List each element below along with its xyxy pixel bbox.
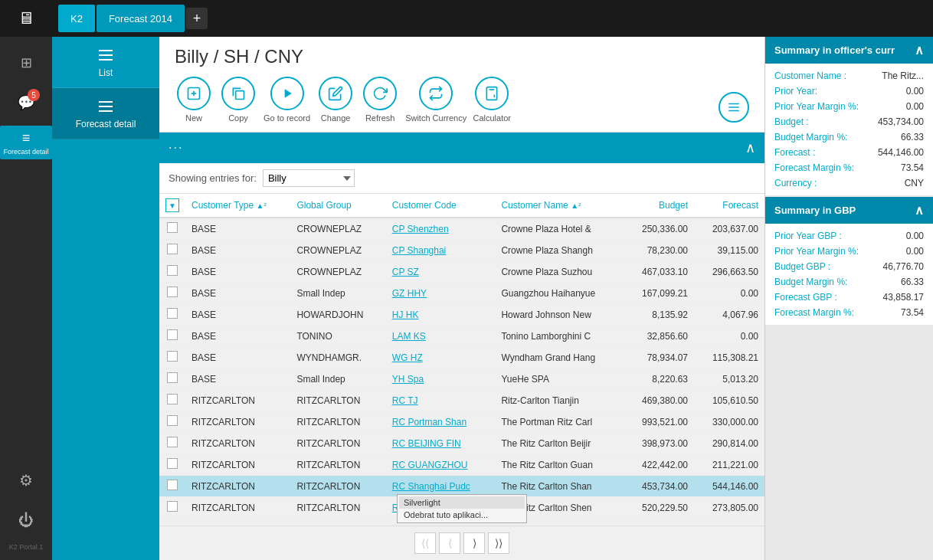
portal-label: K2 Portal.1 xyxy=(9,543,44,551)
row-budget: 8,220.63 xyxy=(624,368,694,390)
go-to-record-button[interactable]: Go to record xyxy=(264,77,310,123)
table-row[interactable]: BASE CROWNEPLAZ CP Shanghai Crowne Plaza… xyxy=(159,240,764,261)
change-button[interactable]: Change xyxy=(316,77,355,123)
row-customer-code: RC TJ xyxy=(386,390,496,411)
calculator-button[interactable]: Calculator xyxy=(473,77,511,123)
silverlight-action[interactable]: Odebrat tuto aplikaci... xyxy=(399,509,525,521)
col-customer-code[interactable]: Customer Code xyxy=(386,194,496,218)
right-panel: Summary in officer's curr ∧ Customer Nam… xyxy=(764,37,933,560)
row-forecast: 0.00 xyxy=(694,283,764,304)
new-button[interactable]: New xyxy=(175,77,213,123)
row-global-group: TONINO xyxy=(290,326,385,347)
summary-officer-body: Customer Name :The Ritz...Prior Year:0.0… xyxy=(765,64,933,195)
summary-value: The Ritz... xyxy=(882,70,924,81)
filter-icon[interactable]: ▼ xyxy=(165,198,179,212)
copy-button[interactable]: Copy xyxy=(219,77,257,123)
summary-gbp-toggle[interactable]: ∧ xyxy=(915,203,924,218)
row-forecast: 0.00 xyxy=(694,326,764,347)
row-budget: 520,229.50 xyxy=(624,497,694,519)
table-row[interactable]: BASE CROWNEPLAZ CP SZ Crowne Plaza Suzho… xyxy=(159,261,764,283)
row-budget: 467,033.10 xyxy=(624,261,694,283)
tab-add[interactable]: + xyxy=(186,8,208,29)
page-next[interactable]: ⟩ xyxy=(463,532,485,554)
row-customer-name: Tonino Lamborghini C xyxy=(495,326,624,347)
go-to-record-icon xyxy=(270,77,304,110)
row-checkbox[interactable] xyxy=(159,411,185,433)
nav-list[interactable]: List xyxy=(52,37,159,88)
col-forecast[interactable]: Forecast xyxy=(694,194,764,218)
table-row[interactable]: BASE Small Indep YH Spa YueHe SPA 8,220.… xyxy=(159,368,764,390)
summary-row: Currency :CNY xyxy=(765,175,933,191)
row-checkbox[interactable] xyxy=(159,390,185,411)
row-customer-type: RITZCARLTON xyxy=(185,497,290,519)
table-row[interactable]: RITZCARLTON RITZCARLTON RC BEIJING FIN T… xyxy=(159,433,764,454)
tab-k2[interactable]: K2 xyxy=(58,5,95,32)
row-customer-type: BASE xyxy=(185,240,290,261)
row-global-group: Small Indep xyxy=(290,283,385,304)
row-global-group: RITZCARLTON xyxy=(290,497,385,519)
summary-officer-header: Summary in officer's curr ∧ xyxy=(765,37,933,64)
row-checkbox[interactable] xyxy=(159,326,185,347)
row-customer-name: Ritz-Carlton Tianjin xyxy=(495,390,624,411)
page-first[interactable]: ⟨⟨ xyxy=(414,532,436,554)
col-customer-type[interactable]: Customer Type ▲² xyxy=(185,194,290,218)
switch-currency-button[interactable]: Switch Currency xyxy=(405,77,466,123)
row-checkbox[interactable] xyxy=(159,347,185,368)
table-row[interactable]: BASE WYNDHAMGR. WG HZ Wyndham Grand Hang… xyxy=(159,347,764,368)
summary-officer-toggle[interactable]: ∧ xyxy=(915,43,924,57)
row-checkbox[interactable] xyxy=(159,304,185,326)
filter-toggle[interactable]: ∧ xyxy=(745,139,755,156)
page-last[interactable]: ⟩⟩ xyxy=(488,532,509,554)
table-row[interactable]: RITZCARLTON RITZCARLTON RC TJ Ritz-Carlt… xyxy=(159,390,764,411)
col-customer-name[interactable]: Customer Name ▲² xyxy=(495,194,624,218)
summary-row: Prior Year:0.00 xyxy=(765,84,933,99)
refresh-label: Refresh xyxy=(365,113,395,123)
tab-forecast2014[interactable]: Forecast 2014 xyxy=(97,5,185,32)
row-global-group: RITZCARLTON xyxy=(290,454,385,476)
sidebar-item-forecast[interactable]: ≡ Forecast detail xyxy=(0,126,52,159)
table-row[interactable]: BASE CROWNEPLAZ CP Shenzhen Crowne Plaza… xyxy=(159,218,764,240)
col-budget[interactable]: Budget xyxy=(624,194,694,218)
row-customer-type: RITZCARLTON xyxy=(185,476,290,497)
silverlight-header[interactable]: Silverlight xyxy=(399,496,525,509)
table-row[interactable]: BASE HOWARDJOHN HJ HK Howard Johnson New… xyxy=(159,304,764,326)
sidebar-item-chat[interactable]: 💬 5 xyxy=(9,86,43,120)
row-global-group: RITZCARLTON xyxy=(290,411,385,433)
table-row[interactable]: RITZCARLTON RITZCARLTON RC GUANGZHOU The… xyxy=(159,454,764,476)
content-area: List Forecast detail Billy / SH / CNY Ne… xyxy=(52,37,933,560)
table-row[interactable]: BASE Small Indep GZ HHY Guangzhou Haihan… xyxy=(159,283,764,304)
refresh-button[interactable]: Refresh xyxy=(361,77,399,123)
col-filter[interactable]: ▼ xyxy=(159,194,185,218)
entries-select[interactable]: Billy All Other xyxy=(263,169,355,187)
row-checkbox[interactable] xyxy=(159,433,185,454)
table-inner[interactable]: ▼ Customer Type ▲² Global Group Customer… xyxy=(159,194,764,526)
row-checkbox[interactable] xyxy=(159,497,185,519)
row-checkbox[interactable] xyxy=(159,218,185,240)
row-checkbox[interactable] xyxy=(159,283,185,304)
col-global-group[interactable]: Global Group xyxy=(290,194,385,218)
row-checkbox[interactable] xyxy=(159,240,185,261)
summary-row: Budget Margin %:66.33 xyxy=(765,274,933,290)
summary-row: Forecast Margin %:73.54 xyxy=(765,305,933,320)
summary-value: 544,146.00 xyxy=(878,147,924,158)
row-customer-code: LAM KS xyxy=(386,326,496,347)
row-checkbox[interactable] xyxy=(159,261,185,283)
calculator-icon xyxy=(475,77,509,110)
menu-button[interactable] xyxy=(719,92,749,123)
sidebar-item-apps[interactable]: ⊞ xyxy=(9,46,43,80)
page-prev[interactable]: ⟨ xyxy=(439,532,460,554)
nav-forecast-detail[interactable]: Forecast detail xyxy=(52,88,159,139)
row-checkbox[interactable] xyxy=(159,454,185,476)
sidebar-power[interactable]: ⏻ xyxy=(9,503,43,537)
summary-label: Prior Year GBP : xyxy=(774,231,842,241)
monitor-icon[interactable]: 🖥 xyxy=(18,8,34,28)
table-row[interactable]: RITZCARLTON RITZCARLTON RC Portman Shan … xyxy=(159,411,764,433)
table-row[interactable]: BASE TONINO LAM KS Tonino Lamborghini C … xyxy=(159,326,764,347)
sidebar-bottom: ⚙ ⏻ K2 Portal.1 xyxy=(9,463,44,560)
data-table: ▼ Customer Type ▲² Global Group Customer… xyxy=(159,194,764,519)
row-checkbox[interactable] xyxy=(159,476,185,497)
row-checkbox[interactable] xyxy=(159,368,185,390)
summary-row: Budget GBP :46,776.70 xyxy=(765,259,933,274)
sidebar-settings[interactable]: ⚙ xyxy=(9,463,43,497)
forecast-detail-label: Forecast detail xyxy=(3,148,48,156)
